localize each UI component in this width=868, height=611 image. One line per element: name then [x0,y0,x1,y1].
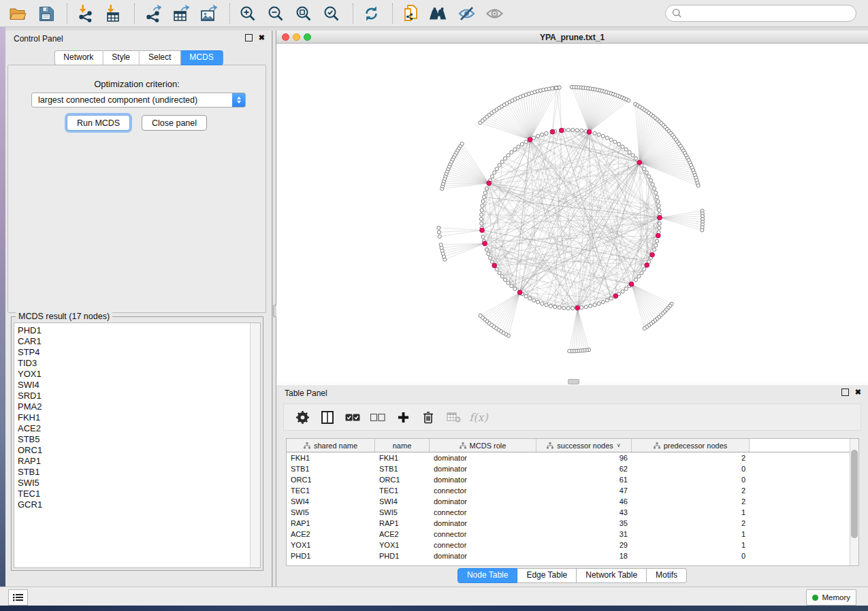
graph-node[interactable] [481,204,484,208]
graph-node[interactable] [562,306,566,310]
graph-node[interactable] [480,213,483,216]
close-panel-icon[interactable]: ✖ [259,34,265,42]
graph-node[interactable] [597,302,600,306]
graph-hub-node[interactable] [637,160,642,165]
column-header-successor-nodes[interactable]: successor nodes∨ [536,439,632,452]
search-network-icon[interactable] [429,4,448,23]
cell-shared-name[interactable]: ACE2 [287,530,375,538]
graph-node[interactable] [485,187,488,191]
cell-shared-name[interactable]: SWI4 [287,497,375,506]
graph-node[interactable] [640,271,643,274]
cell-shared-name[interactable]: SWI5 [287,508,375,516]
mcds-result-item[interactable]: YOX1 [18,369,251,380]
cell-shared-name[interactable]: STB1 [287,465,375,473]
mcds-result-item[interactable]: TEC1 [18,489,251,499]
cell-MCDS-role[interactable]: connector [430,508,536,516]
graph-node[interactable] [649,179,652,182]
cell-shared-name[interactable]: RAP1 [287,519,375,527]
graph-node[interactable] [513,287,517,291]
add-column-icon[interactable] [394,409,412,425]
graph-node[interactable] [643,327,646,330]
table-row[interactable]: RAP1RAP1dominator352 [287,518,858,529]
graph-hub-node[interactable] [656,233,660,238]
graph-node[interactable] [439,243,443,246]
graph-node[interactable] [524,295,528,298]
graph-node[interactable] [479,314,482,317]
cell-name[interactable]: ORC1 [375,476,430,484]
close-panel-icon[interactable]: ✖ [855,389,861,396]
scrollbar-thumb[interactable] [851,450,858,538]
cell-successor-nodes[interactable]: 31 [536,530,632,538]
graph-node[interactable] [652,187,656,191]
graph-hub-node[interactable] [559,128,564,133]
deselect-all-checks-icon[interactable] [369,409,387,425]
tab-select[interactable]: Select [140,50,180,65]
graph-node[interactable] [479,217,483,220]
graph-node[interactable] [524,140,528,144]
mcds-result-item[interactable]: ORC1 [18,445,251,456]
graph-node[interactable] [658,222,661,225]
graph-node[interactable] [438,235,441,238]
graph-node[interactable] [580,129,583,132]
cell-MCDS-role[interactable]: dominator [430,465,536,473]
graph-node[interactable] [566,306,570,310]
graph-node[interactable] [657,204,660,208]
zoom-in-icon[interactable] [238,4,257,23]
import-network-icon[interactable] [76,4,95,23]
graph-hub-node[interactable] [487,181,492,186]
save-icon[interactable] [36,4,55,23]
graph-node[interactable] [651,183,654,186]
table-row[interactable]: ACE2ACE2connector311 [287,529,858,540]
graph-node[interactable] [528,297,532,300]
graph-node[interactable] [553,305,557,308]
graph-node[interactable] [658,208,661,212]
float-panel-icon[interactable] [245,34,253,42]
close-panel-button[interactable]: Close panel [142,115,207,131]
cell-shared-name[interactable]: ORC1 [287,476,375,484]
graph-node[interactable] [597,133,600,136]
graph-hub-node[interactable] [517,290,522,295]
tab-style[interactable]: Style [103,50,140,65]
cell-name[interactable]: TEC1 [375,486,430,495]
graph-node[interactable] [613,140,617,144]
show-all-icon[interactable] [485,4,504,23]
mcds-list-scrollbar[interactable] [250,323,260,567]
graph-node[interactable] [637,275,641,278]
refresh-icon[interactable] [361,4,381,23]
graph-node[interactable] [485,248,488,251]
graph-node[interactable] [655,240,658,243]
graph-hub-node[interactable] [658,216,662,220]
graph-node[interactable] [536,134,540,137]
graph-node[interactable] [517,145,520,148]
graph-node[interactable] [647,175,650,178]
graph-hub-node[interactable] [480,228,485,233]
table-row[interactable]: ORC1ORC1dominator610 [287,474,858,485]
graph-node[interactable] [545,131,548,135]
graph-node[interactable] [643,167,646,171]
cell-predecessor-nodes[interactable]: 0 [632,476,750,484]
graph-node[interactable] [520,142,524,146]
tab-network-table[interactable]: Network Table [577,568,647,583]
graph-node[interactable] [617,142,620,146]
column-header-name[interactable]: name [375,439,430,452]
graph-node[interactable] [536,300,540,303]
cell-successor-nodes[interactable]: 35 [536,519,632,527]
select-all-checks-icon[interactable] [344,409,361,425]
graph-hub-node[interactable] [587,130,592,135]
graph-node[interactable] [488,256,492,259]
graph-hub-node[interactable] [613,294,618,299]
graph-node[interactable] [437,231,440,234]
export-network-icon[interactable] [143,4,162,23]
cell-predecessor-nodes[interactable]: 0 [632,552,750,560]
cell-predecessor-nodes[interactable]: 2 [632,497,750,506]
graph-node[interactable] [645,171,648,174]
graph-node[interactable] [658,226,661,229]
graph-node[interactable] [643,267,646,271]
graph-node[interactable] [656,199,660,203]
table-row[interactable]: STB1STB1dominator620 [287,463,858,474]
graph-node[interactable] [566,128,570,131]
zoom-fit-icon[interactable] [294,4,313,23]
graph-node[interactable] [490,175,494,178]
graph-node[interactable] [545,303,548,307]
cell-name[interactable]: SWI4 [375,497,430,506]
